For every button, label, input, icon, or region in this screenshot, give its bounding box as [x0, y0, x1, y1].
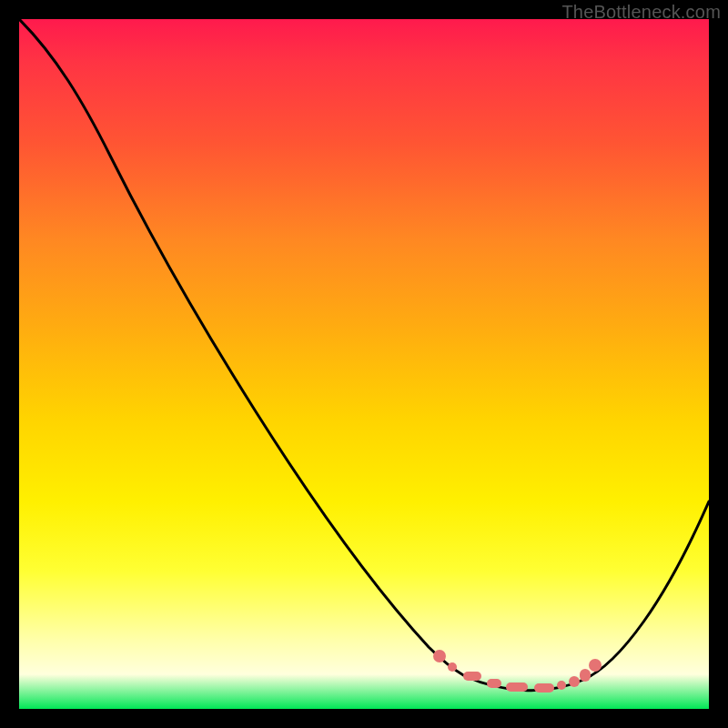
- highlight-dash: [534, 683, 554, 693]
- highlight-dot: [589, 659, 602, 672]
- watermark-text: TheBottleneck.com: [561, 2, 721, 23]
- highlight-dash: [580, 669, 591, 682]
- bottleneck-curve-line: [19, 19, 709, 691]
- highlight-dash: [569, 676, 580, 687]
- highlight-dash: [487, 679, 501, 688]
- highlight-dot: [433, 650, 446, 662]
- highlight-dot: [448, 662, 457, 672]
- chart-plot-area: [19, 19, 709, 709]
- bottleneck-chart-svg: [19, 19, 709, 709]
- highlight-dash: [506, 682, 528, 692]
- highlight-dash: [463, 672, 481, 681]
- highlight-dot: [557, 681, 566, 690]
